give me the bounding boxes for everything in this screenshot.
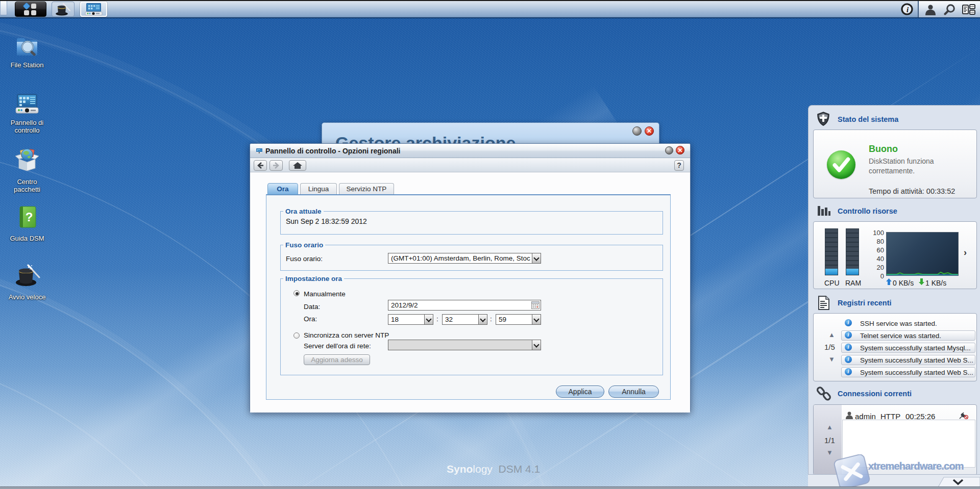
svg-text:?: ? [26, 210, 33, 224]
